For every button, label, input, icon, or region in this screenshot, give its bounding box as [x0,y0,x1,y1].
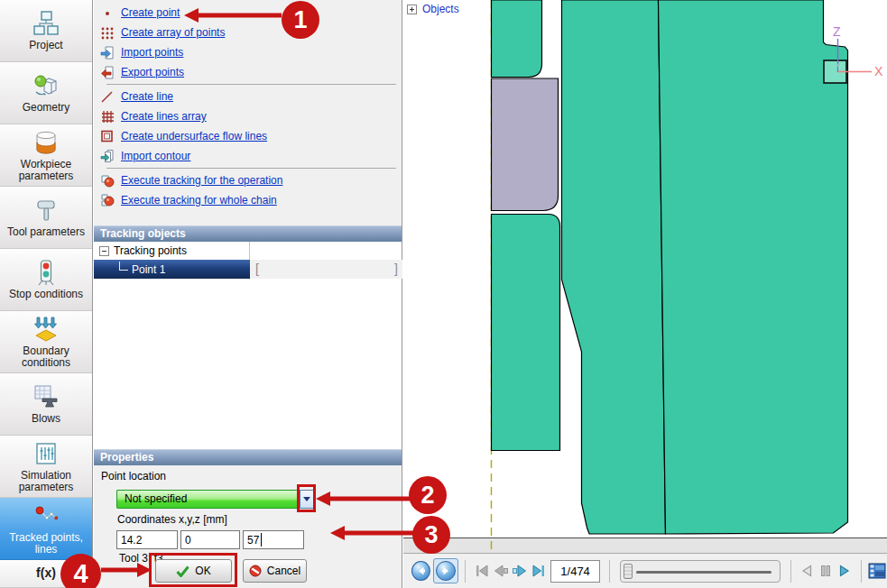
objects-tree-item[interactable]: Objects [407,3,459,15]
annotation-arrow-1 [182,6,283,24]
point-icon [100,5,115,20]
link-row: Export points [94,62,402,82]
text-caret [261,533,262,547]
step-forward-icon [512,565,528,577]
tool-shape-lower-left [492,215,560,451]
sidebar-item-stop[interactable]: Stop conditions [0,249,92,311]
coord-y-input[interactable] [180,530,240,549]
skip-start-icon [475,565,489,577]
pause-button[interactable] [817,560,836,582]
view-back-button[interactable] [411,561,430,581]
skip-to-end-button[interactable] [529,560,548,582]
sidebar-item-label: Tracked points, lines [2,532,90,556]
blows-icon [32,383,60,410]
sidebar-item-label: Tool parameters [7,226,85,238]
cancel-button[interactable]: Cancel [243,559,307,583]
coord-x-input[interactable] [116,530,178,549]
sidebar-item-tool[interactable]: Tool parameters [0,187,92,249]
line-icon [100,89,115,104]
execute-tracking-chain-link[interactable]: Execute tracking for whole chain [121,194,277,207]
link-row: Execute tracking for whole chain [94,190,402,210]
properties-header: Properties [94,449,402,465]
execute-tracking-operation-link[interactable]: Execute tracking for the operation [121,174,282,187]
sidebar-item-label: Project [29,40,62,51]
tree-item-label: Point 1 [132,263,165,276]
tool-shape-upper-left [492,0,542,78]
skip-to-start-button[interactable] [472,560,491,582]
view-forward-circle [436,561,456,581]
ok-label: OK [195,565,210,577]
separator [106,168,396,169]
playback-toolbar: 1/474 [403,553,887,588]
track-chain-icon [100,193,115,207]
create-undersurface-flow-lines-link[interactable]: Create undersurface flow lines [121,130,267,142]
point-value-cell[interactable]: [ ] [250,260,402,279]
ok-button[interactable]: OK [155,559,232,583]
workpiece-icon [32,129,60,156]
sidebar-item-boundary[interactable]: Boundary conditions [0,311,92,373]
cancel-icon [249,565,262,577]
annotation-circle-4: 4 [60,554,101,588]
frame-counter[interactable]: 1/474 [550,560,600,583]
link-row: Create line [94,87,402,106]
bracket-open: [ [255,260,259,278]
create-undersurface-flow-lines-link-array[interactable]: Create lines array [121,110,207,123]
sidebar-item-simulation[interactable]: Simulation parameters [0,436,92,498]
viewport-canvas[interactable]: Z Y X [403,0,887,553]
create-array-of-points-link[interactable]: Create array of points [121,26,225,39]
animation-export-button[interactable] [868,560,887,582]
step-back-button[interactable] [491,560,510,582]
sidebar-item-geometry[interactable]: Geometry [0,62,92,124]
sidebar-item-project[interactable]: Project [0,0,92,62]
collapse-icon[interactable] [99,246,109,256]
play-forward-icon [838,565,851,577]
expand-icon[interactable] [407,5,417,14]
coord-z-input[interactable] [243,530,304,549]
workpiece-shape-gray [492,78,559,211]
sidebar-item-label: Stop conditions [9,289,83,300]
import-contour-icon [100,149,115,163]
toolbar-separator [609,560,610,583]
sidebar-item-workpiece[interactable]: Workpiece parameters [0,124,92,187]
play-backward-button[interactable] [798,560,817,582]
point-location-label: Point location [101,470,166,482]
slider-track [636,571,772,574]
link-row: Import points [94,42,402,62]
toolbar-separator [790,560,791,583]
point-location-select[interactable]: Not specified [116,490,300,509]
step-forward-button[interactable] [510,560,529,582]
slider-handle[interactable] [624,564,633,579]
bracket-close: ] [394,260,398,278]
tree-item-point1[interactable]: Point 1 [94,260,250,279]
export-points-link[interactable]: Export points [121,66,184,78]
sidebar-item-label: Blows [32,413,60,425]
boundary-conditions-icon [32,316,60,343]
create-line-link[interactable]: Create line [121,90,173,103]
toolbar-separator [861,560,862,583]
point-location-dropdown-button[interactable] [300,490,314,509]
simulation-parameters-icon [32,440,60,467]
sidebar-item-label: Boundary conditions [2,345,90,369]
stop-conditions-icon [32,259,60,286]
check-icon [176,565,189,577]
lines-array-icon [100,109,115,124]
timeline-slider[interactable] [620,560,781,583]
import-contour-link[interactable]: Import contour [121,150,190,162]
sidebar-item-blows[interactable]: Blows [0,373,92,436]
play-forward-button[interactable] [836,560,855,582]
create-point-link[interactable]: Create point [121,6,180,19]
pause-icon [819,565,832,577]
flow-lines-icon [100,129,115,143]
viewport-bottom-strip [403,538,887,554]
annotation-arrow-4 [99,561,153,579]
view-forward-button[interactable] [433,558,458,583]
annotation-circle-2: 2 [409,476,447,514]
tracked-points-icon [32,502,60,529]
annotation-circle-3: 3 [412,516,450,554]
tool-icon [32,197,60,224]
import-points-link[interactable]: Import points [121,46,183,59]
coordinates-label: Coordinates x,y,z [mm] [117,513,227,526]
project-icon [32,10,60,37]
tree-item-tracking-points[interactable]: Tracking points [94,242,402,260]
sidebar-item-tracked-points[interactable]: Tracked points, lines [0,498,92,560]
